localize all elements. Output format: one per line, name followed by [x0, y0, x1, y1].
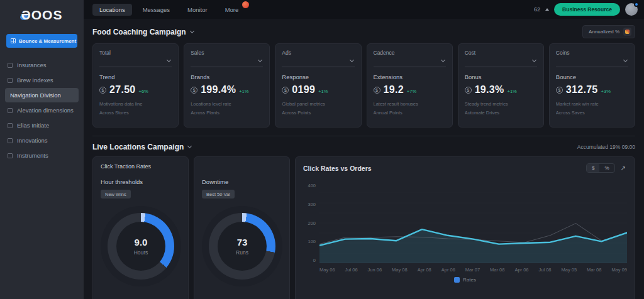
unit-segment-0[interactable]: $	[587, 164, 599, 172]
sidebar-item[interactable]: Alevation dimensions	[0, 103, 84, 117]
notification-counter[interactable]: 62	[534, 6, 540, 13]
chevron-down-icon	[167, 58, 171, 62]
stat-card-value-row: $ 19.3% +1%	[465, 84, 537, 95]
sidebar-item-label: Alevation dimensions	[17, 107, 74, 114]
menu-item-icon	[8, 123, 13, 128]
sidebar-item-label: Brew Indexes	[17, 77, 53, 84]
gauge-card-group: Click Traction Rates Hour thresholds New…	[92, 156, 290, 299]
gauge-ring-background: 9.0 Hours	[101, 206, 181, 286]
topnav-item-label: More	[225, 6, 239, 13]
currency-icon: $	[556, 87, 563, 94]
topnav-item[interactable]: Locations	[92, 4, 132, 16]
notification-badge-icon	[242, 1, 249, 8]
sidebar-item[interactable]: Insurances	[0, 58, 84, 72]
gauge-center: 9.0 Hours	[116, 222, 165, 271]
x-tick-label: Apr 06	[514, 267, 528, 273]
gauge-badge: Best 50 Val	[202, 190, 235, 198]
x-tick-label: Mar 07	[465, 267, 480, 273]
sidebar-item[interactable]: Instruments	[0, 148, 84, 163]
presence-dot-icon	[634, 2, 639, 7]
stat-card-filter-select[interactable]	[374, 60, 446, 67]
x-tick-label: Jul 08	[539, 267, 552, 273]
chart-toolbar: $% ↗	[586, 163, 627, 173]
area-fill	[319, 229, 627, 263]
unit-segment-1[interactable]: %	[599, 164, 614, 172]
y-tick-label: 200	[308, 220, 316, 226]
stat-card: Ads Response $ 0199 +1% Global panel met…	[275, 43, 361, 128]
grid-icon	[11, 38, 16, 43]
stat-card-delta: +3%	[601, 89, 611, 94]
x-tick-label: Apr 08	[418, 267, 431, 273]
y-tick-label: 300	[308, 202, 316, 207]
gauge-subtitle: Downtime	[202, 178, 282, 185]
topnav: Locations Messages Monitor More	[92, 4, 245, 16]
caret-up-icon	[545, 8, 549, 11]
sidebar-item[interactable]: Elias Initiate	[0, 118, 84, 133]
y-tick-label: 100	[308, 239, 316, 244]
stat-card-filter-label: Coins	[556, 50, 628, 56]
stat-card-scope: Annual Points	[374, 110, 446, 116]
chart-legend: Rates	[303, 277, 627, 283]
sidebar-item[interactable]: Navigation Division	[5, 88, 79, 102]
stat-card-delta: +1%	[239, 89, 248, 94]
sidebar-item-label: Navigation Division	[10, 92, 61, 99]
stat-card: Coins Bounce $ 312.75 +3% Market rank wi…	[549, 43, 635, 128]
stat-card-filter-label: Sales	[191, 50, 263, 56]
currency-icon: $	[374, 87, 380, 94]
sidebar-item[interactable]: Brew Indexes	[0, 73, 84, 87]
brand-logo-text: ƏOOS	[21, 8, 63, 22]
sidebar-item-label: Elias Initiate	[17, 122, 49, 129]
stat-card: Cadence Extensions $ 19.2 +7% Latest res…	[367, 43, 453, 128]
stat-card-filter-select[interactable]	[282, 60, 354, 67]
topbar-right: 62 Business Resource	[534, 3, 638, 16]
topbar: Locations Messages Monitor More 62 Busin…	[84, 0, 644, 19]
stat-card-value: 19.3%	[475, 84, 504, 95]
stat-card-value-row: $ 312.75 +3%	[556, 84, 628, 95]
currency-icon: $	[191, 87, 197, 94]
gauge-value: 73	[237, 237, 248, 247]
stat-card-metric-label: Trend	[99, 73, 172, 80]
stat-card-filter-select[interactable]	[191, 60, 263, 67]
avatar[interactable]	[625, 3, 638, 16]
stat-card-metric-label: Bonus	[465, 73, 537, 80]
stat-card-filter-select[interactable]	[465, 60, 537, 67]
accumulated-timestamp: Accumulated 19% 09:00	[577, 144, 635, 150]
gauge-badge: New Wins	[101, 190, 131, 198]
topnav-item[interactable]: Messages	[136, 4, 177, 16]
gauge-ring: 73 Runs	[209, 213, 275, 280]
sidebar-item[interactable]: Innovations	[0, 133, 84, 148]
sidebar-cta-button[interactable]: Bounce & Measurement	[6, 34, 77, 48]
stat-card: Sales Brands $ 199.4% +1% Locations leve…	[184, 43, 270, 128]
section1-title-row[interactable]: Food Coaching Campaign	[92, 28, 194, 36]
stat-card-delta: +1%	[318, 89, 328, 94]
topnav-item-label: Locations	[99, 6, 125, 13]
x-tick-label: Jun 06	[368, 267, 382, 273]
section2-title-row[interactable]: Live Locations Campaign	[92, 143, 191, 151]
topnav-item[interactable]: More	[218, 4, 246, 16]
stat-card-metric-label: Response	[282, 73, 354, 80]
stat-card-filter-label: Ads	[282, 50, 354, 56]
gauge-unit: Runs	[236, 249, 248, 256]
chevron-down-icon	[258, 58, 262, 62]
section1-header: Food Coaching Campaign Annualized %	[92, 25, 635, 38]
line-chart-plot[interactable]	[319, 183, 627, 263]
stat-card-description: Market rank win rate	[556, 101, 628, 107]
stat-card-filter-select[interactable]	[99, 60, 172, 67]
expand-icon[interactable]: ↗	[619, 165, 627, 171]
topnav-item[interactable]: Monitor	[180, 4, 214, 16]
x-tick-label: Mar 08	[490, 267, 504, 273]
stat-card-scope: Automate Drives	[465, 110, 537, 116]
stat-card-filter-select[interactable]	[556, 60, 628, 67]
chevron-down-icon	[190, 28, 194, 33]
menu-item-icon	[8, 78, 13, 83]
stat-card-value-row: $ 199.4% +1%	[191, 84, 263, 95]
stat-card-delta: +6%	[139, 89, 148, 94]
annualized-action-button[interactable]: Annualized %	[582, 25, 635, 38]
stat-card-description: Global panel metrics	[282, 101, 354, 107]
menu-item-icon	[8, 63, 13, 68]
chart-title: Click Rates vs Orders	[303, 165, 372, 172]
business-resource-button[interactable]: Business Resource	[554, 3, 620, 16]
stat-card-scope: Across Plants	[191, 110, 263, 116]
gauge-card: Click Traction Rates Hour thresholds New…	[92, 156, 189, 299]
chevron-down-icon	[349, 58, 353, 62]
